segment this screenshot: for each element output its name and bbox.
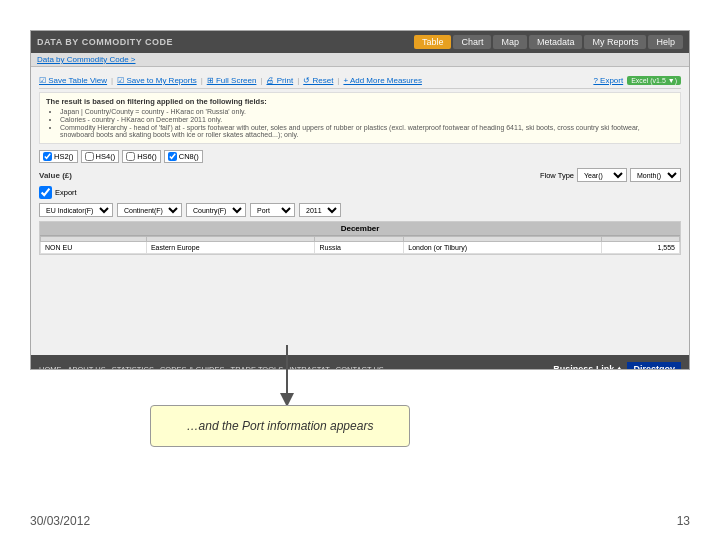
- nav-link-statistics[interactable]: STATISTICS: [112, 365, 154, 371]
- year-filter-select[interactable]: 2011: [299, 203, 341, 217]
- excel-button[interactable]: Excel (v1.5 ▼): [627, 76, 681, 85]
- hs2-checkbox-item[interactable]: HS2(): [39, 150, 78, 163]
- cell-value: 1,555: [602, 242, 680, 254]
- breadcrumb[interactable]: Data by Commodity Code >: [37, 55, 136, 64]
- print-button[interactable]: 🖨 Print: [266, 76, 293, 85]
- caption-text: …and the Port information appears: [187, 419, 374, 433]
- filter-item-2: Calories - country - HKarac on December …: [60, 116, 674, 123]
- dropdowns-row: Value (£) Flow Type Year() Month(): [39, 166, 681, 184]
- cn8-checkbox[interactable]: [168, 152, 177, 161]
- bottom-nav: HOME ABOUT US STATISTICS CODES & GUIDES …: [31, 355, 689, 370]
- reset-button[interactable]: ↺ Reset: [303, 76, 333, 85]
- hs6-checkbox-item[interactable]: HS6(): [122, 150, 161, 163]
- breadcrumb-bar: Data by Commodity Code >: [31, 53, 689, 67]
- export-checkbox-row: Export: [39, 184, 681, 201]
- save-to-my-reports-button[interactable]: ☑ Save to My Reports: [117, 76, 196, 85]
- controls-row: HS2() HS4() HS6() CN8(): [39, 147, 681, 166]
- caption-box: …and the Port information appears: [150, 405, 410, 447]
- cell-port: London (or Tilbury): [404, 242, 602, 254]
- slide: DATA BY COMMODITY CODE Table Chart Map M…: [0, 0, 720, 540]
- nav-link-contact[interactable]: CONTACT US: [336, 365, 384, 371]
- hs4-checkbox-item[interactable]: HS4(): [81, 150, 120, 163]
- page-title: DATA BY COMMODITY CODE: [37, 37, 173, 47]
- export-label: Export: [55, 188, 77, 197]
- cell-country: Russia: [315, 242, 404, 254]
- filter-info: The result is based on filtering applied…: [39, 92, 681, 144]
- business-link-logo: Business Link ♦: [553, 364, 621, 370]
- save-table-view-button[interactable]: ☑ Save Table View: [39, 76, 107, 85]
- cell-eu: NON EU: [41, 242, 147, 254]
- full-screen-button[interactable]: ⊞ Full Screen: [207, 76, 257, 85]
- inner-content: ☑ Save Table View | ☑ Save to My Reports…: [31, 67, 689, 355]
- port-select[interactable]: Port: [250, 203, 295, 217]
- slide-footer: 30/03/2012 13: [0, 514, 720, 528]
- arrow-svg: [272, 345, 302, 413]
- month-select[interactable]: Month(): [630, 168, 681, 182]
- export-checkbox[interactable]: [39, 186, 52, 199]
- filter-item-1: Japan | Country/County = country - HKara…: [60, 108, 674, 115]
- month-header: December: [40, 222, 680, 236]
- top-nav: DATA BY COMMODITY CODE Table Chart Map M…: [31, 31, 689, 53]
- filter-dropdowns-row: EU Indicator(F) Continent(F) Country(F) …: [39, 201, 681, 219]
- filter-item-3: Commodity Hierarchy - head of 'fall') at…: [60, 124, 674, 138]
- tab-help[interactable]: Help: [648, 35, 683, 49]
- country-select[interactable]: Country(F): [186, 203, 246, 217]
- table-row: NON EU Eastern Europe Russia London (or …: [41, 242, 680, 254]
- hs6-checkbox[interactable]: [126, 152, 135, 161]
- cn8-checkbox-item[interactable]: CN8(): [164, 150, 203, 163]
- flow-type-label: Flow Type: [540, 171, 574, 180]
- cell-region: Eastern Europe: [146, 242, 315, 254]
- data-table: NON EU Eastern Europe Russia London (or …: [40, 236, 680, 254]
- year-select[interactable]: Year(): [577, 168, 627, 182]
- value-label: Value (£): [39, 171, 72, 180]
- add-measures-button[interactable]: + Add More Measures: [343, 76, 421, 85]
- eu-indicator-select[interactable]: EU Indicator(F): [39, 203, 113, 217]
- footer-page: 13: [677, 514, 690, 528]
- checkbox-group: HS2() HS4() HS6() CN8(): [39, 150, 203, 163]
- bottom-nav-links: HOME ABOUT US STATISTICS CODES & GUIDES …: [39, 365, 384, 371]
- webpage-screenshot: DATA BY COMMODITY CODE Table Chart Map M…: [30, 30, 690, 370]
- nav-tabs: Table Chart Map Metadata My Reports Help: [414, 35, 683, 49]
- tab-metadata[interactable]: Metadata: [529, 35, 583, 49]
- continent-select[interactable]: Continent(F): [117, 203, 182, 217]
- bottom-nav-logos: Business Link ♦ Directgov: [553, 362, 681, 370]
- tab-map[interactable]: Map: [493, 35, 527, 49]
- tab-table[interactable]: Table: [414, 35, 452, 49]
- tab-chart[interactable]: Chart: [453, 35, 491, 49]
- filter-info-title: The result is based on filtering applied…: [46, 97, 674, 106]
- directgov-logo: Directgov: [627, 362, 681, 370]
- toolbar: ☑ Save Table View | ☑ Save to My Reports…: [39, 73, 681, 89]
- nav-link-codes[interactable]: CODES & GUIDES: [160, 365, 225, 371]
- nav-link-home[interactable]: HOME: [39, 365, 62, 371]
- footer-date: 30/03/2012: [30, 514, 90, 528]
- export-button[interactable]: ? Export: [593, 76, 623, 85]
- hs2-checkbox[interactable]: [43, 152, 52, 161]
- data-table-container: December NON EU: [39, 221, 681, 255]
- tab-my-reports[interactable]: My Reports: [584, 35, 646, 49]
- flow-type-group: Flow Type Year() Month(): [540, 168, 681, 182]
- hs4-checkbox[interactable]: [85, 152, 94, 161]
- nav-link-about[interactable]: ABOUT US: [68, 365, 106, 371]
